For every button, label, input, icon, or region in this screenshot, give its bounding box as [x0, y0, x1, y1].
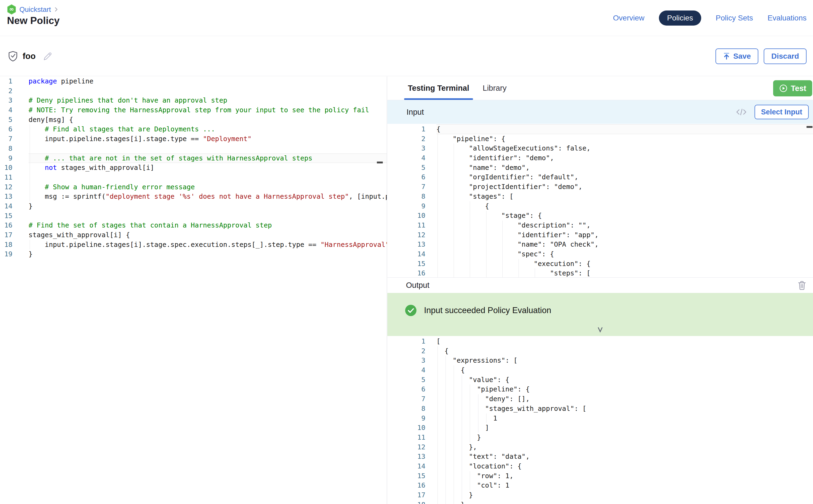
trash-icon	[798, 281, 806, 290]
module-tabs: Overview Policies Policy Sets Evaluation…	[613, 0, 807, 36]
indent-guide	[438, 153, 438, 163]
collapse-banner-button[interactable]	[387, 327, 813, 333]
evaluation-success-banner: Input succeeded Policy Evaluation	[387, 293, 813, 336]
upload-icon	[723, 53, 730, 60]
indent-guide	[438, 452, 438, 461]
line-number: 7	[387, 182, 426, 192]
tab-evaluations[interactable]: Evaluations	[767, 11, 807, 26]
indent-guide	[454, 268, 454, 277]
indent-guide	[438, 163, 438, 173]
indent-guide	[438, 172, 438, 182]
code-line: "stage": {	[437, 211, 813, 221]
indent-guide	[446, 500, 446, 504]
indent-guide	[454, 221, 454, 230]
line-number: 5	[387, 375, 426, 385]
indent-guide	[454, 414, 454, 423]
edit-name-icon[interactable]	[43, 51, 53, 61]
indent-guide	[454, 452, 454, 461]
line-number: 11	[387, 433, 426, 442]
indent-guide	[519, 259, 519, 269]
indent-guide	[470, 201, 470, 211]
line-number: 17	[0, 230, 12, 240]
indent-guide	[438, 268, 438, 277]
code-line: "stages_with_approval": [	[437, 404, 813, 414]
indent-guide	[470, 481, 470, 490]
indent-guide	[438, 356, 438, 365]
success-check-icon	[404, 304, 417, 317]
indent-guide	[470, 268, 470, 277]
indent-guide	[446, 365, 446, 375]
select-input-button[interactable]: Select Input	[755, 105, 809, 119]
indent-guide	[438, 143, 438, 153]
code-line: # Find all stages that are Deployments .…	[29, 124, 387, 134]
indent-guide	[454, 192, 454, 201]
save-button[interactable]: Save	[716, 48, 758, 64]
code-line: input.pipeline.stages[i].stage.spec.exec…	[29, 240, 387, 250]
code-line: "expressions": [	[437, 356, 813, 365]
code-line: }	[437, 433, 813, 442]
indent-guide	[486, 414, 487, 423]
indent-guide	[454, 423, 454, 433]
code-line	[29, 173, 387, 182]
discard-button-label: Discard	[771, 52, 799, 61]
line-number: 7	[0, 134, 12, 144]
line-number: 4	[387, 153, 426, 163]
breadcrumb-project-link[interactable]: Quickstart	[19, 5, 51, 14]
indent-guide	[454, 240, 454, 249]
indent-guide	[438, 404, 438, 414]
indent-guide	[30, 153, 30, 163]
line-number: 13	[387, 240, 426, 249]
indent-guide	[446, 356, 446, 365]
indent-guide	[470, 221, 470, 230]
line-number: 1	[387, 337, 426, 346]
line-number: 15	[387, 259, 426, 269]
test-input-editor[interactable]: 12345678910111213141516{ "pipeline": { "…	[387, 124, 813, 277]
indent-guide	[454, 143, 454, 153]
tab-policy-sets[interactable]: Policy Sets	[716, 11, 753, 26]
line-number: 6	[387, 172, 426, 182]
line-number: 11	[387, 221, 426, 230]
clear-output-button[interactable]	[798, 281, 806, 290]
test-output-editor[interactable]: 123456789101112131415161718[ { "expressi…	[387, 336, 813, 504]
code-line: "allowStageExecutions": false,	[437, 143, 813, 153]
test-button[interactable]: Test	[773, 80, 812, 96]
indent-guide	[446, 490, 446, 500]
indent-guide	[438, 192, 438, 201]
line-number: 15	[387, 471, 426, 481]
code-area: { "pipeline": { "allowStageExecutions": …	[426, 124, 813, 277]
tab-testing-terminal[interactable]: Testing Terminal	[404, 76, 473, 100]
indent-guide	[30, 124, 30, 134]
line-number: 18	[0, 240, 12, 250]
indent-guide	[486, 259, 487, 269]
code-line: # ... that are not in the set of stages …	[29, 153, 387, 163]
indent-guide	[446, 394, 446, 404]
tab-overview[interactable]: Overview	[613, 11, 645, 26]
indent-guide	[470, 394, 470, 404]
indent-guide	[438, 182, 438, 192]
success-message: Input succeeded Policy Evaluation	[424, 306, 551, 315]
code-line: "description": "",	[437, 221, 813, 230]
tab-policies[interactable]: Policies	[659, 11, 701, 26]
indent-guide	[519, 268, 519, 277]
test-button-label: Test	[791, 84, 806, 93]
indent-guide	[438, 433, 438, 442]
line-number: 16	[0, 221, 12, 230]
code-line: "identifier": "demo",	[437, 153, 813, 163]
code-line: [	[437, 337, 813, 346]
code-line: "row": 1,	[437, 471, 813, 481]
indent-guide	[454, 490, 454, 500]
indent-guide	[438, 240, 438, 249]
code-view-icon[interactable]	[736, 108, 747, 116]
code-line: "pipeline": {	[437, 134, 813, 144]
policy-code-editor[interactable]: 12345678910111213141516171819package pip…	[0, 76, 387, 259]
page-header: ∞ Quickstart New Policy Overview Policie…	[0, 0, 813, 36]
indent-guide	[438, 201, 438, 211]
tab-library[interactable]: Library	[479, 76, 511, 100]
indent-guide	[438, 365, 438, 375]
indent-guide	[470, 414, 470, 423]
code-line: # NOTE: Try removing the HarnessApproval…	[29, 105, 387, 115]
line-number: 6	[0, 124, 12, 134]
code-line: "orgIdentifier": "default",	[437, 172, 813, 182]
indent-guide	[478, 423, 479, 433]
discard-button[interactable]: Discard	[764, 48, 807, 64]
